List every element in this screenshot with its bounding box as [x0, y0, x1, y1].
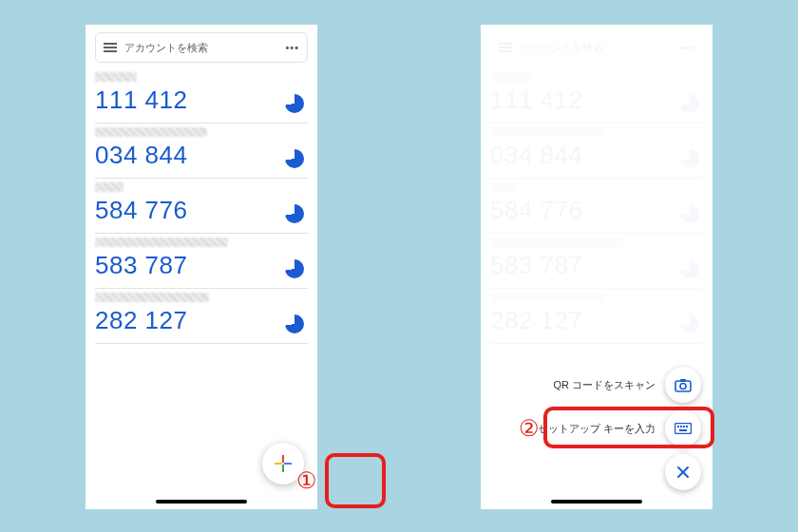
- svg-rect-0: [282, 455, 284, 463]
- svg-rect-1: [284, 463, 292, 465]
- otp-code: 111 412: [95, 86, 308, 115]
- account-name-redacted: [95, 293, 209, 302]
- timer-icon: [285, 314, 304, 333]
- search-bar[interactable]: アカウントを検索 •••: [95, 32, 308, 63]
- account-entry[interactable]: 111 412: [95, 68, 308, 124]
- callout-number-1: ①: [296, 467, 317, 494]
- timer-icon: [285, 94, 304, 113]
- otp-code: 282 127: [95, 306, 308, 335]
- account-entry[interactable]: 584 776: [95, 179, 308, 234]
- callout-box-2: [543, 407, 714, 448]
- svg-rect-4: [675, 381, 691, 391]
- account-name-redacted: [95, 127, 207, 137]
- account-entry[interactable]: 034 844: [95, 124, 308, 179]
- fab-close[interactable]: [511, 454, 701, 490]
- svg-rect-3: [275, 463, 282, 465]
- svg-point-5: [680, 383, 686, 389]
- menu-icon[interactable]: [104, 43, 117, 52]
- account-name-redacted: [95, 182, 124, 192]
- timer-icon: [285, 149, 304, 168]
- account-entry[interactable]: 282 127: [95, 289, 308, 344]
- timer-icon: [285, 204, 304, 223]
- account-entry[interactable]: 583 787: [95, 234, 308, 289]
- account-list: 111 412034 844584 776583 787282 127: [86, 68, 317, 344]
- search-placeholder: アカウントを検索: [124, 41, 285, 55]
- more-icon[interactable]: •••: [285, 42, 299, 53]
- plus-icon: [274, 454, 293, 473]
- otp-code: 034 844: [95, 141, 308, 170]
- callout-number-2: ②: [519, 415, 540, 442]
- fab-option-scan-qr[interactable]: QR コードをスキャン: [511, 367, 701, 403]
- scan-qr-button[interactable]: [665, 367, 701, 403]
- svg-rect-2: [282, 465, 284, 472]
- camera-icon: [674, 378, 692, 392]
- otp-code: 583 787: [95, 251, 308, 280]
- scan-qr-label: QR コードをスキャン: [553, 378, 656, 392]
- close-icon: [675, 465, 691, 480]
- svg-rect-6: [680, 379, 686, 382]
- home-indicator: [156, 500, 247, 504]
- home-indicator: [551, 500, 642, 504]
- timer-icon: [285, 259, 304, 278]
- close-button[interactable]: [665, 454, 701, 490]
- authenticator-screen-main: アカウントを検索 ••• 111 412034 844584 776583 78…: [86, 25, 317, 509]
- otp-code: 584 776: [95, 196, 308, 225]
- account-name-redacted: [95, 238, 228, 247]
- callout-box-1: [325, 453, 386, 508]
- account-name-redacted: [95, 72, 137, 82]
